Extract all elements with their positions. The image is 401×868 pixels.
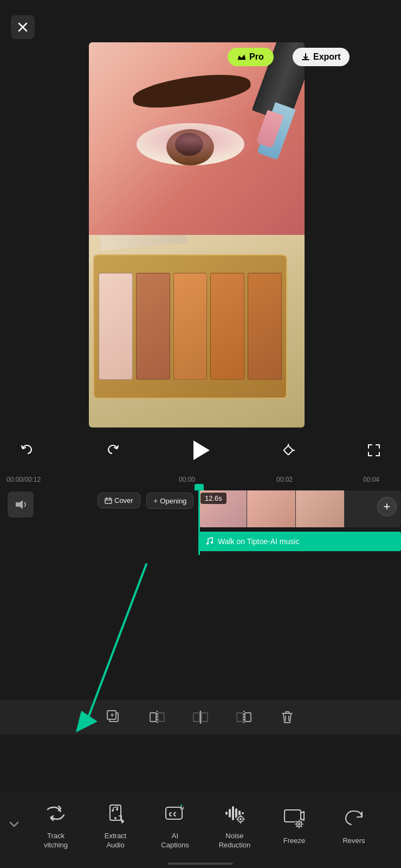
delete-icon — [279, 709, 295, 725]
svg-rect-3 — [284, 446, 293, 455]
toolbar-item-noise-reduction[interactable]: NoiseReduction — [205, 795, 264, 854]
video-bottom-frame — [89, 235, 305, 427]
svg-rect-35 — [232, 806, 234, 820]
split-center-tool-button[interactable] — [190, 706, 211, 728]
palette-brush — [98, 235, 187, 250]
toolbar-item-extract-audio[interactable]: ExtractAudio — [86, 795, 145, 854]
timestamp-dot1: · — [244, 476, 245, 483]
svg-rect-33 — [225, 812, 228, 815]
timestamp-2: 00:02 — [276, 476, 293, 483]
svg-marker-2 — [238, 55, 245, 60]
toolbar-item-freeze[interactable]: Freeze — [264, 800, 324, 850]
toolbar-item-track-switching[interactable]: Trackvitching — [26, 795, 86, 854]
music-note-icon — [205, 537, 214, 546]
cover-label: Cover — [114, 496, 133, 505]
track-switching-label: Trackvitching — [44, 832, 68, 850]
eyeshadow — [121, 116, 262, 164]
keyframe-button[interactable] — [276, 438, 300, 462]
audio-track-icon[interactable] — [8, 492, 34, 518]
playhead-top — [195, 484, 204, 490]
toolbar-items: Trackvitching ExtractAudio — [26, 795, 401, 854]
pro-label: Pro — [249, 52, 264, 62]
bottom-scrollbar[interactable] — [168, 863, 233, 865]
svg-point-28 — [114, 817, 117, 819]
fullscreen-icon — [366, 443, 381, 458]
track-switch-icon — [42, 799, 70, 827]
video-top-frame — [89, 42, 305, 235]
pro-button[interactable]: Pro — [228, 48, 274, 66]
svg-rect-34 — [229, 809, 231, 818]
noise-reduction-icon — [221, 799, 249, 827]
pan-4 — [210, 273, 244, 380]
split-right-icon — [235, 709, 253, 726]
pan-1 — [99, 273, 133, 380]
svg-line-10 — [87, 564, 146, 722]
toolbar-collapse-button[interactable] — [2, 813, 26, 837]
svg-marker-11 — [76, 711, 98, 732]
play-icon — [193, 441, 210, 460]
play-button[interactable] — [186, 436, 215, 464]
toolbar-item-ai-captions[interactable]: AI AICaptions — [145, 795, 205, 854]
extract-audio-icon — [101, 799, 130, 827]
timestamp-current: 00:00/00:12 — [7, 476, 41, 483]
timeline-tracks: Cover + Opening 12.6s — [0, 487, 401, 558]
svg-point-41 — [240, 818, 242, 820]
svg-point-49 — [298, 823, 300, 825]
svg-point-9 — [211, 541, 213, 544]
svg-rect-38 — [242, 812, 244, 814]
noise-reduction-label: NoiseReduction — [219, 832, 251, 850]
svg-rect-19 — [193, 713, 199, 722]
extract-audio-label: ExtractAudio — [105, 832, 126, 850]
export-button[interactable]: Export — [293, 48, 350, 66]
svg-rect-7 — [105, 499, 112, 503]
fullscreen-button[interactable] — [362, 438, 386, 462]
video-preview — [89, 42, 305, 427]
export-label: Export — [313, 52, 341, 62]
speaker-icon — [14, 497, 28, 512]
svg-rect-22 — [237, 713, 243, 722]
split-center-icon — [192, 709, 209, 726]
svg-point-8 — [206, 542, 209, 545]
freeze-icon — [280, 804, 308, 832]
crown-icon — [237, 53, 246, 61]
cover-button[interactable]: Cover — [98, 493, 140, 508]
pan-2 — [136, 273, 170, 380]
close-button[interactable] — [11, 15, 35, 39]
clip-thumbnail-2 — [247, 490, 296, 527]
export-icon — [301, 53, 310, 61]
svg-rect-21 — [202, 713, 208, 722]
reverse-icon — [340, 804, 368, 832]
keyframe-icon — [281, 443, 296, 458]
clip-duration-badge: 12.6s — [200, 493, 227, 504]
palette-case — [93, 254, 287, 399]
clip-thumbnail-3 — [296, 490, 345, 527]
redo-button[interactable] — [101, 438, 125, 462]
opening-button[interactable]: + Opening — [146, 493, 193, 509]
delete-tool-button[interactable] — [276, 706, 298, 728]
pan-5 — [248, 273, 282, 380]
cover-icon — [105, 497, 112, 505]
music-track-label: Walk on Tiptoe-AI music — [218, 537, 299, 546]
timestamp-0: 00:00 — [179, 476, 195, 483]
clip-strip[interactable] — [198, 490, 401, 527]
music-track[interactable]: Walk on Tiptoe-AI music — [198, 532, 401, 551]
teal-arrow — [54, 564, 163, 751]
playback-controls — [0, 436, 401, 464]
svg-rect-36 — [235, 808, 237, 818]
redo-icon — [105, 443, 120, 458]
toolbar-item-reverse[interactable]: Revers — [324, 800, 384, 850]
split-right-tool-button[interactable] — [233, 706, 255, 728]
svg-rect-6 — [16, 502, 20, 507]
add-clip-button[interactable]: + — [377, 497, 397, 516]
svg-point-29 — [112, 809, 114, 812]
close-icon — [18, 22, 28, 32]
freeze-label: Freeze — [283, 837, 305, 846]
undo-icon — [20, 443, 35, 458]
svg-rect-24 — [245, 713, 251, 722]
eyebrow-shape — [131, 69, 252, 112]
ai-captions-icon: AI — [161, 799, 189, 827]
undo-button[interactable] — [15, 438, 39, 462]
chevron-down-icon — [8, 819, 20, 831]
timestamp-dot2: · — [325, 476, 327, 483]
ai-captions-label: AICaptions — [161, 832, 189, 850]
